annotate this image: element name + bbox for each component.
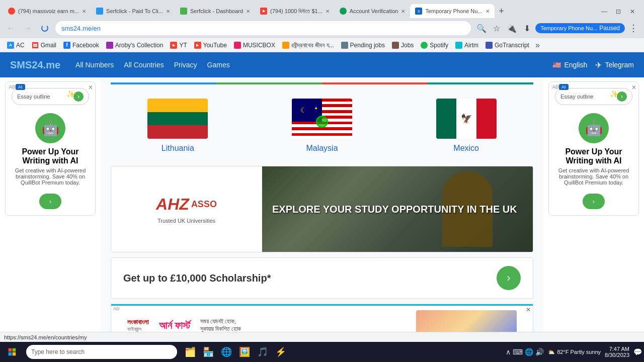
more-bookmarks-button[interactable]: » xyxy=(533,40,542,51)
taskbar-spotify-app[interactable]: 🎵 xyxy=(254,343,272,361)
browser-chrome: (794) massvoiz earn m... ✕ Serfclick - P… xyxy=(0,0,644,52)
ad-right-image: EXPLORE YOUR STUDY OPPORTUNITY IN THE UK xyxy=(262,166,533,252)
content-ad-inner: AHZ ASSO Trusted UK Universities EXPLORE… xyxy=(111,166,533,252)
div-red xyxy=(322,82,428,84)
ad-cta-right[interactable]: › xyxy=(583,194,605,209)
bookmark-ac[interactable]: A AC xyxy=(4,41,28,50)
minimize-button[interactable]: — xyxy=(598,5,611,18)
new-tab-button[interactable]: + xyxy=(495,4,509,18)
bookmark-star-icon[interactable]: ☆ xyxy=(490,22,503,35)
country-card-malaysia[interactable]: ☾ ✦ Malaysia xyxy=(255,90,389,161)
tab-4[interactable]: ▶ (794) 1000 ভিউতে $1... ✕ xyxy=(255,4,335,18)
site-logo-text: SMS24.me xyxy=(10,59,60,70)
bookmark-gmail-label: Gmail xyxy=(41,42,56,49)
forward-button[interactable]: → xyxy=(21,22,34,35)
bookmark-spotify[interactable]: Spotify xyxy=(418,41,451,50)
back-button[interactable]: ← xyxy=(4,22,17,35)
menu-button[interactable]: ⋮ xyxy=(627,22,640,35)
nav-all-numbers[interactable]: All Numbers xyxy=(75,61,114,69)
taskbar-right: ∧ ⌨ 🌐 🔊 ⛅ 82°F Partly sunny 7:47 AM 8/30… xyxy=(506,346,642,358)
bookmark-yt-short-label: YT xyxy=(179,42,187,49)
taskbar-search-bar[interactable]: Type here to search xyxy=(26,345,177,359)
flag-icon: 🇺🇸 xyxy=(552,61,561,69)
bookmark-gmail[interactable]: Gmail xyxy=(29,41,59,50)
search-icon[interactable]: 🔍 xyxy=(475,22,488,35)
bookmark-musicbox[interactable]: MUSICBOX xyxy=(231,41,278,50)
nav-privacy[interactable]: Privacy xyxy=(174,61,197,69)
bottom-banner-ad-label: AD xyxy=(113,306,120,311)
flag-mx-emblem: 🦅 xyxy=(461,113,472,124)
taskbar-arrow-icon[interactable]: ∧ xyxy=(506,348,511,356)
bookmark-youtube-icon: ▶ xyxy=(194,42,201,49)
tab-6[interactable]: S Temporary Phone Nu... ✕ xyxy=(410,4,494,18)
country-card-mexico[interactable]: 🦅 Mexico xyxy=(399,90,533,161)
tab-3-close[interactable]: ✕ xyxy=(246,9,250,14)
taskbar-other-app[interactable]: ⚡ xyxy=(272,343,290,361)
taskbar: Type here to search 🗂️ 🏪 🌐 🖼️ 🎵 ⚡ ∧ ⌨ 🌐 … xyxy=(0,342,644,362)
bookmark-yt-short[interactable]: ▶ YT xyxy=(167,41,190,50)
bookmark-youtube[interactable]: ▶ YouTube xyxy=(191,41,230,50)
flag-lt-stripe2 xyxy=(147,112,208,126)
bookmark-pending[interactable]: Pending jobs xyxy=(338,41,388,50)
taskbar-volume-icon[interactable]: 🔊 xyxy=(535,348,544,356)
windows-logo-icon xyxy=(8,348,16,356)
tab-4-favicon: ▶ xyxy=(260,8,267,15)
bookmark-gotranscript[interactable]: GoTranscript xyxy=(482,41,532,50)
bookmark-jobs[interactable]: Jobs xyxy=(389,41,417,50)
restore-button[interactable]: ⊡ xyxy=(612,5,625,18)
tab-2[interactable]: Serfclick - Paid To Cli... ✕ xyxy=(91,4,175,18)
tab-5[interactable]: Account Verification ✕ xyxy=(335,4,411,18)
taskbar-keyboard-icon[interactable]: ⌨ xyxy=(513,348,523,356)
ad-input-right[interactable]: Essay outline › xyxy=(555,88,632,105)
tab-6-close[interactable]: ✕ xyxy=(486,9,490,14)
reload-button[interactable] xyxy=(38,22,51,35)
taskbar-chrome[interactable]: 🌐 xyxy=(217,343,235,361)
banner-earn-text: আর্ন ফার্স্ট xyxy=(159,320,190,331)
bookmark-facebook[interactable]: f Facebook xyxy=(60,41,102,50)
language-button[interactable]: 🇺🇸 English xyxy=(552,61,587,69)
bookmark-arobys[interactable]: Aroby's Collection xyxy=(103,41,167,50)
banner-top-border xyxy=(111,304,533,306)
bookmark-rabi[interactable]: রবীন্দ্রনাথের জীবন য... xyxy=(279,41,337,50)
extension-icon[interactable]: 🔌 xyxy=(505,22,518,35)
flag-my-star: ✦ xyxy=(314,106,318,111)
paused-button[interactable]: Temporary Phone Nu... Paused xyxy=(535,23,625,33)
bookmarks-bar: A AC Gmail f Facebook Aroby's Collection… xyxy=(0,38,644,52)
nav-all-countries[interactable]: All Countries xyxy=(124,61,164,69)
download-icon[interactable]: ⬇ xyxy=(520,22,533,35)
tab-1[interactable]: (794) massvoiz earn m... ✕ xyxy=(3,4,91,18)
nav-games[interactable]: Games xyxy=(207,61,230,69)
ad-overlay: EXPLORE YOUR STUDY OPPORTUNITY IN THE UK xyxy=(262,166,533,252)
bookmark-ac-label: AC xyxy=(16,42,25,49)
flag-mexico: 🦅 xyxy=(436,99,497,139)
tab-5-title: Account Verification xyxy=(350,8,398,14)
country-card-lithuania[interactable]: Lithuania xyxy=(111,90,245,161)
close-button[interactable]: ✕ xyxy=(626,5,639,18)
scholarship-cta-button[interactable]: › xyxy=(497,266,521,290)
taskbar-network-icon[interactable]: 🌐 xyxy=(525,348,533,356)
paused-text: Paused xyxy=(599,25,620,32)
taskbar-store[interactable]: 🏪 xyxy=(199,343,217,361)
tab-1-title: (794) massvoiz earn m... xyxy=(18,8,79,14)
site-logo[interactable]: SMS24.me xyxy=(10,59,60,71)
ad-cta-left[interactable]: › xyxy=(39,194,61,209)
taskbar-file-explorer[interactable]: 🗂️ xyxy=(181,343,199,361)
div-blue xyxy=(111,82,216,84)
bottom-banner-close[interactable]: ✕ xyxy=(526,306,531,313)
taskbar-photos[interactable]: 🖼️ xyxy=(235,343,254,361)
telegram-button[interactable]: ✈ Telegram xyxy=(595,60,634,70)
bookmark-airtm[interactable]: Airtm xyxy=(452,41,481,50)
tab-4-close[interactable]: ✕ xyxy=(326,9,330,14)
content-area: AD ✕ AI ✨ Essay outline › 🤖 Power Up You… xyxy=(0,77,644,357)
tab-5-close[interactable]: ✕ xyxy=(401,9,405,14)
taskbar-notification-icon[interactable]: 💬 xyxy=(633,348,642,356)
tab-bar: (794) massvoiz earn m... ✕ Serfclick - P… xyxy=(0,0,644,18)
tab-2-close[interactable]: ✕ xyxy=(166,9,170,14)
tab-1-close[interactable]: ✕ xyxy=(82,9,86,14)
start-button[interactable] xyxy=(2,344,22,360)
tab-3[interactable]: Serfclick - Dashboard ✕ xyxy=(175,4,255,18)
ad-input-left[interactable]: Essay outline › xyxy=(12,88,89,105)
ahz-logo-text: AHZ xyxy=(156,195,189,214)
url-bar[interactable]: sms24.me/en xyxy=(55,21,471,35)
ad-title-text: EXPLORE YOUR STUDY OPPORTUNITY IN THE UK xyxy=(272,203,523,215)
